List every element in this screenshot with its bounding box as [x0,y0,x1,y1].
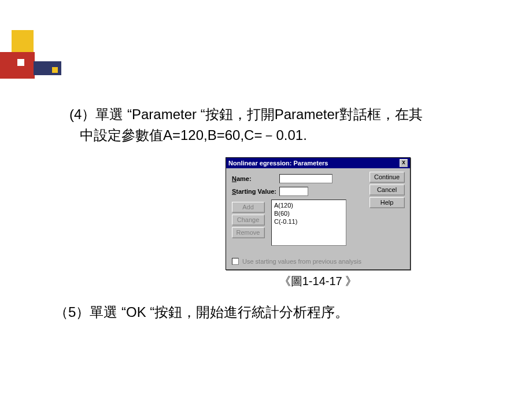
cancel-button[interactable]: Cancel [370,184,404,195]
close-icon[interactable]: x [400,159,408,167]
change-button[interactable]: Change [232,215,264,225]
figure-caption: 《圖1-14-17 》 [116,274,520,289]
list-item[interactable]: B(60) [274,209,343,217]
checkbox-label: Use starting values from previous analys… [242,258,361,265]
checkbox-icon[interactable] [232,258,239,265]
starting-value-input[interactable] [279,187,308,196]
remove-button[interactable]: Remove [232,227,264,238]
use-previous-checkbox-row[interactable]: Use starting values from previous analys… [232,258,361,265]
para4-line2: 中設定參數值A=120,B=60,C=－0.01. [69,125,307,146]
slide-corner-decoration [0,24,81,88]
add-button[interactable]: Add [232,202,264,212]
starting-value-label: Starting Value: [232,188,279,195]
name-label: Name: [232,175,279,182]
continue-button[interactable]: Continue [370,172,404,182]
parameters-dialog: Nonlinear egression: Parameters x Name: … [226,157,411,270]
name-input[interactable] [279,174,332,183]
parameters-listbox[interactable]: A(120) B(60) C(-0.11) [271,200,346,246]
paragraph-5: （5）單選 “OK “按鈕，開始進行統計分析程序。 [54,303,520,322]
paragraph-4: (4）單選 “Parameter “按鈕，打開Parameter對話框，在其 中… [69,104,520,146]
dialog-title: Nonlinear egression: Parameters [228,158,328,168]
para4-line1: (4）單選 “Parameter “按鈕，打開Parameter對話框，在其 [69,106,423,122]
list-item[interactable]: A(120) [274,201,343,209]
list-item[interactable]: C(-0.11) [274,217,343,226]
slide-content: (4）單選 “Parameter “按鈕，打開Parameter對話框，在其 中… [69,104,520,322]
help-button[interactable]: Help [370,197,404,208]
dialog-titlebar: Nonlinear egression: Parameters x [226,158,410,168]
